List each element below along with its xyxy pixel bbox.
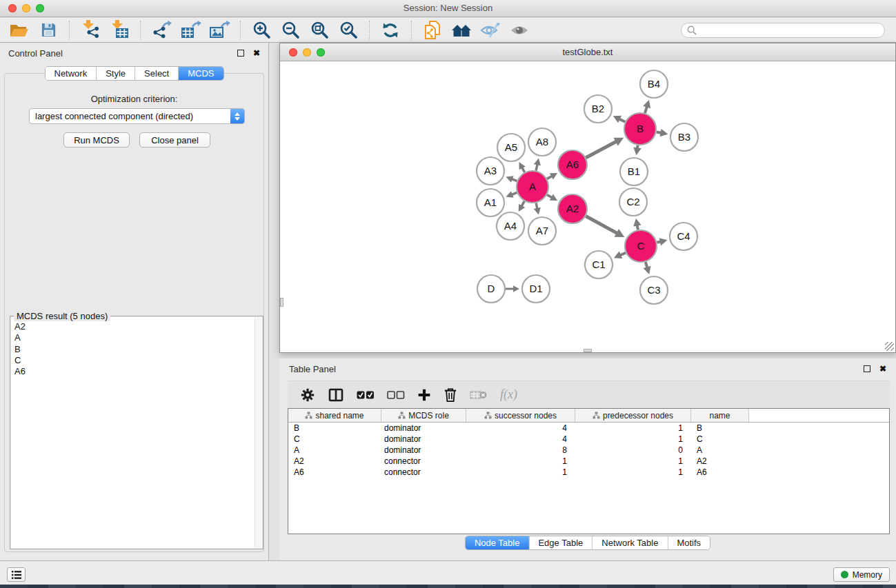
graph-edge-D-D1[interactable] (506, 285, 519, 292)
graph-node-A[interactable]: A (517, 171, 548, 203)
graph-edge-A-A5[interactable] (519, 162, 525, 172)
graph-edge-A-A7[interactable] (534, 203, 541, 214)
table-row[interactable]: Bdominator41B (288, 423, 889, 434)
open-session-button[interactable] (7, 20, 32, 41)
graph-node-A4[interactable]: A4 (497, 212, 524, 240)
graph-node-A2[interactable]: A2 (558, 194, 587, 223)
close-panel-icon[interactable]: ✖ (253, 50, 260, 57)
run-mcds-button[interactable]: Run MCDS (63, 132, 130, 148)
zoom-in-button[interactable] (249, 20, 274, 41)
import-table-button[interactable] (107, 20, 132, 41)
network-canvas[interactable]: AA1A2A3A4A5A6A7A8BB1B2B3B4CC1C2C3C4DD1 (280, 62, 895, 352)
graph-node-C2[interactable]: C2 (619, 188, 647, 216)
table-row[interactable]: Adominator80A (288, 445, 889, 456)
window-close-button[interactable] (8, 4, 17, 12)
float-panel-icon[interactable] (864, 365, 870, 372)
mcds-result-item[interactable]: A6 (11, 366, 262, 377)
close-panel-button[interactable]: Close panel (139, 132, 210, 148)
table-settings-button[interactable] (300, 387, 315, 403)
show-column-button[interactable] (328, 387, 344, 403)
graph-edge-A-A2[interactable] (547, 194, 557, 201)
network-window-zoom-button[interactable] (317, 48, 325, 57)
graph-node-C4[interactable]: C4 (670, 223, 697, 250)
float-panel-icon[interactable] (237, 50, 244, 57)
create-column-button[interactable] (417, 388, 431, 402)
window-minimize-button[interactable] (22, 4, 30, 12)
graph-node-A3[interactable]: A3 (477, 157, 504, 185)
table-row[interactable]: A2connector11A2 (288, 456, 889, 467)
criterion-select[interactable]: largest connected component (directed) (29, 108, 245, 124)
graph-node-A5[interactable]: A5 (497, 134, 525, 161)
graph-edge-C-C3[interactable] (644, 262, 651, 274)
save-session-button[interactable] (36, 20, 61, 41)
graph-edge-A-A4[interactable] (519, 201, 525, 212)
mcds-result-item[interactable]: A2 (11, 321, 262, 332)
refresh-layout-button[interactable] (378, 20, 403, 41)
home-button[interactable] (449, 20, 474, 41)
splitter-grip-left[interactable] (280, 298, 283, 307)
tab-select[interactable]: Select (135, 67, 179, 80)
table-tab-motifs[interactable]: Motifs (668, 536, 710, 549)
hide-panels-button[interactable] (478, 20, 503, 41)
column-header-shared-name[interactable]: shared name (288, 409, 381, 422)
column-header-successor-nodes[interactable]: successor nodes (466, 409, 575, 422)
export-image-button[interactable] (207, 20, 232, 41)
deselect-all-button[interactable] (387, 390, 405, 400)
tab-style[interactable]: Style (97, 67, 135, 80)
export-network-button[interactable] (149, 20, 174, 41)
table-row[interactable]: A6connector11A6 (288, 467, 889, 478)
zoom-out-button[interactable] (278, 20, 303, 41)
table-row[interactable]: Cdominator41C (288, 434, 889, 445)
graph-edge-A-A3[interactable] (506, 176, 517, 183)
graph-node-B[interactable]: B (624, 113, 656, 145)
splitter-grip-bottom[interactable] (584, 349, 592, 352)
graph-node-B2[interactable]: B2 (584, 95, 612, 123)
duplicate-network-button[interactable] (420, 20, 445, 41)
zoom-selected-button[interactable] (336, 20, 361, 41)
graph-edge-C-C1[interactable] (614, 252, 626, 258)
search-input[interactable] (681, 23, 885, 38)
close-panel-icon[interactable]: ✖ (879, 365, 886, 372)
graph-node-B3[interactable]: B3 (670, 123, 698, 151)
graph-edge-C-C2[interactable] (633, 219, 641, 230)
tab-mcds[interactable]: MCDS (179, 67, 223, 80)
graph-edge-B-B3[interactable] (657, 129, 668, 136)
graph-edge-A-A6[interactable] (547, 173, 557, 179)
graph-edge-B-B1[interactable] (633, 145, 641, 155)
task-history-button[interactable] (7, 567, 26, 582)
network-window-close-button[interactable] (289, 48, 297, 57)
delete-table-button[interactable] (470, 389, 488, 401)
graph-edge-A-A1[interactable] (506, 191, 517, 198)
memory-button[interactable]: Memory (833, 567, 890, 582)
import-network-button[interactable] (78, 20, 103, 41)
graph-edge-A2-C[interactable] (586, 216, 624, 238)
graph-node-A8[interactable]: A8 (528, 128, 556, 156)
graph-node-D[interactable]: D (477, 275, 505, 303)
column-header-predecessor-nodes[interactable]: predecessor nodes (575, 409, 691, 422)
export-table-button[interactable] (178, 20, 203, 41)
column-header-name[interactable]: name (691, 409, 749, 422)
mcds-result-item[interactable]: C (11, 355, 262, 366)
graph-edge-B-B2[interactable] (613, 116, 626, 123)
mcds-result-item[interactable]: A (11, 332, 262, 343)
graph-node-B1[interactable]: B1 (620, 158, 648, 185)
graph-edge-A-A8[interactable] (534, 158, 541, 170)
scrollbar[interactable] (255, 317, 262, 548)
show-eye-button[interactable] (507, 20, 532, 41)
graph-node-A1[interactable]: A1 (477, 189, 504, 216)
window-zoom-button[interactable] (36, 4, 44, 12)
graph-node-A7[interactable]: A7 (528, 217, 556, 245)
graph-node-D1[interactable]: D1 (522, 275, 550, 303)
table-tab-edge-table[interactable]: Edge Table (529, 536, 593, 549)
graph-node-C[interactable]: C (625, 230, 657, 262)
graph-node-C1[interactable]: C1 (585, 251, 613, 278)
graph-edge-C-C4[interactable] (657, 238, 667, 245)
column-header-mcds-role[interactable]: MCDS role (381, 409, 466, 422)
graph-edge-A6-B[interactable] (586, 138, 624, 158)
tab-network[interactable]: Network (45, 67, 97, 80)
graph-node-B4[interactable]: B4 (640, 70, 668, 98)
network-window-minimize-button[interactable] (303, 48, 311, 57)
table-tab-network-table[interactable]: Network Table (593, 536, 668, 549)
graph-node-C3[interactable]: C3 (640, 276, 668, 304)
select-all-button[interactable] (357, 390, 375, 400)
